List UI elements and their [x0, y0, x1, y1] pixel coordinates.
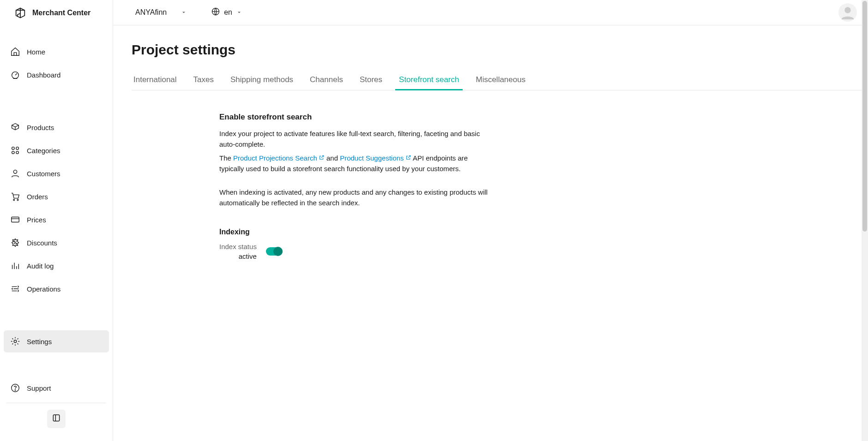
divider [6, 403, 106, 403]
dashboard-icon [10, 70, 20, 80]
sidebar-item-label: Dashboard [27, 71, 60, 79]
text-fragment: and [325, 154, 340, 162]
svg-point-16 [844, 7, 850, 13]
chevron-down-icon [181, 9, 187, 16]
svg-rect-14 [53, 415, 59, 421]
sidebar-item-label: Audit log [27, 262, 54, 270]
tab-label: Stores [360, 75, 382, 84]
indexing-status-row: Index status active [219, 242, 492, 262]
svg-point-2 [16, 147, 19, 150]
sidebar-item-settings[interactable]: Settings [4, 330, 109, 352]
sidebar-item-customers[interactable]: Customers [4, 162, 109, 185]
sidebar-item-label: Prices [27, 216, 46, 224]
tab-storefront-search[interactable]: Storefront search [397, 70, 461, 90]
indexing-toggle[interactable] [266, 247, 283, 256]
sidebar-item-orders[interactable]: Orders [4, 185, 109, 208]
tab-label: Channels [310, 75, 343, 84]
sidebar-item-audit-log[interactable]: Audit log [4, 255, 109, 277]
sidebar-item-discounts[interactable]: Discounts [4, 232, 109, 254]
audit-icon [10, 261, 20, 271]
tab-label: International [133, 75, 177, 84]
svg-point-3 [12, 151, 15, 154]
svg-point-11 [14, 340, 17, 343]
settings-icon [10, 336, 20, 346]
sidebar-item-label: Customers [27, 170, 60, 178]
external-link-icon [405, 155, 411, 161]
sidebar-item-label: Discounts [27, 239, 57, 247]
indexing-status-label: Index status [219, 242, 257, 252]
svg-point-9 [14, 241, 15, 242]
tabs: International Taxes Shipping methods Cha… [132, 70, 868, 90]
project-name: ANYAfinn [135, 8, 167, 17]
svg-rect-8 [12, 217, 19, 222]
brand-icon [14, 6, 27, 19]
tab-miscellaneous[interactable]: Miscellaneous [474, 70, 527, 90]
sidebar-item-support[interactable]: Support [4, 377, 109, 399]
indexing-status-value: active [219, 251, 257, 262]
svg-point-13 [15, 390, 15, 390]
support-icon [10, 383, 20, 393]
sidebar-item-label: Orders [27, 193, 48, 201]
tab-content: Enable storefront search Index your proj… [132, 90, 492, 262]
project-switcher[interactable]: ANYAfinn [135, 8, 187, 17]
language-label: en [224, 8, 232, 17]
text-fragment: The [219, 154, 233, 162]
sidebar-item-label: Products [27, 124, 54, 131]
orders-icon [10, 191, 20, 202]
customers-icon [10, 168, 20, 179]
chevron-down-icon [236, 9, 242, 16]
collapse-icon [52, 413, 61, 424]
tab-channels[interactable]: Channels [308, 70, 345, 90]
svg-point-7 [17, 199, 18, 201]
external-link-icon [319, 155, 325, 161]
tab-taxes[interactable]: Taxes [192, 70, 216, 90]
svg-point-1 [12, 147, 15, 150]
sidebar-item-home[interactable]: Home [4, 41, 109, 63]
sidebar: Merchant Center Home Dashboard Products [0, 0, 113, 441]
tab-shipping-methods[interactable]: Shipping methods [229, 70, 295, 90]
description-text: When indexing is activated, any new prod… [219, 187, 492, 209]
svg-point-10 [16, 243, 17, 244]
indexing-status-labels: Index status active [219, 242, 257, 262]
sidebar-item-label: Settings [27, 338, 52, 346]
tab-international[interactable]: International [132, 70, 179, 90]
product-suggestions-link[interactable]: Product Suggestions [340, 154, 404, 162]
sidebar-item-label: Support [27, 384, 51, 392]
section-title: Enable storefront search [219, 113, 492, 122]
avatar[interactable] [838, 3, 857, 22]
main: ANYAfinn en Project settings Internation… [113, 0, 868, 441]
sidebar-bottom: Support [0, 377, 113, 441]
description-text: Index your project to activate features … [219, 128, 492, 150]
header: ANYAfinn en [113, 0, 868, 25]
brand-text: Merchant Center [32, 9, 90, 17]
language-switcher[interactable]: en [211, 7, 242, 18]
products-icon [10, 122, 20, 132]
sidebar-item-categories[interactable]: Categories [4, 139, 109, 161]
tab-label: Taxes [193, 75, 214, 84]
tab-label: Miscellaneous [476, 75, 525, 84]
scrollbar[interactable] [862, 0, 868, 441]
svg-point-6 [13, 199, 15, 201]
indexing-heading: Indexing [219, 228, 492, 236]
sidebar-item-label: Home [27, 48, 45, 56]
sidebar-item-dashboard[interactable]: Dashboard [4, 64, 109, 86]
scrollbar-thumb[interactable] [862, 1, 867, 232]
product-projections-search-link[interactable]: Product Projections Search [233, 154, 317, 162]
svg-point-5 [13, 170, 17, 173]
sidebar-item-operations[interactable]: Operations [4, 278, 109, 300]
svg-point-4 [16, 151, 19, 154]
operations-icon [10, 284, 20, 294]
tab-stores[interactable]: Stores [358, 70, 384, 90]
collapse-sidebar-button[interactable] [47, 410, 66, 428]
brand: Merchant Center [0, 0, 113, 27]
description-text: The Product Projections Search and Produ… [219, 153, 492, 174]
sidebar-nav: Home Dashboard Products Categories Cu [0, 27, 113, 377]
home-icon [10, 47, 20, 57]
discounts-icon [10, 238, 20, 248]
globe-icon [211, 7, 220, 18]
sidebar-item-prices[interactable]: Prices [4, 209, 109, 231]
page-title: Project settings [132, 42, 868, 58]
sidebar-item-label: Categories [27, 147, 60, 155]
sidebar-item-products[interactable]: Products [4, 116, 109, 138]
page: Project settings International Taxes Shi… [113, 25, 868, 262]
